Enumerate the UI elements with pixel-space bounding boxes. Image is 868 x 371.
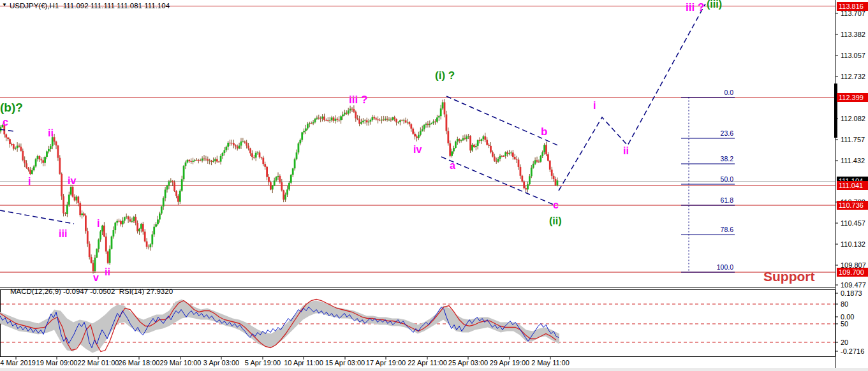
price-chart-canvas[interactable] xyxy=(0,0,868,371)
trading-chart-window: ▼ USDJPY(€),H1 111.092 111.111 111.081 1… xyxy=(0,0,868,371)
